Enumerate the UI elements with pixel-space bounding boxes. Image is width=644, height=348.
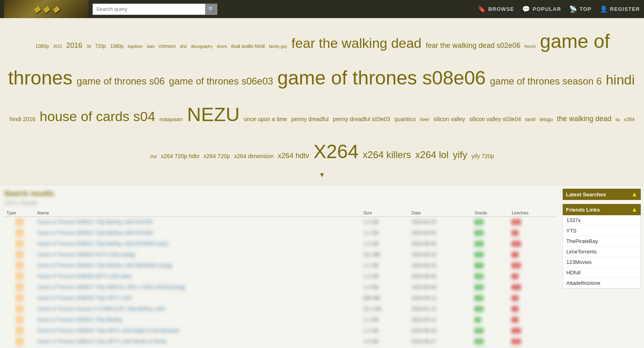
latest-searches-header[interactable]: Latest Searches ▲ xyxy=(563,189,641,200)
table-row[interactable]: 🎦Game of Thrones Season 4 COMPLETE 720p … xyxy=(4,304,555,315)
tag-item[interactable]: dhd xyxy=(180,44,187,49)
table-row[interactable]: 🎦Game of Thrones S06E06 HDTV x264 [ettv]… xyxy=(4,271,555,282)
table-header: Seeds xyxy=(472,209,509,217)
tag-item[interactable]: 3d xyxy=(87,44,91,49)
table-row[interactable]: 🎦Game of Thrones S06E07 720p WEB-DL DD5 … xyxy=(4,282,555,293)
friends-link[interactable]: 1337x xyxy=(563,215,640,226)
td-name[interactable]: Game of Thrones S06E05 720p BluRay x264-… xyxy=(35,260,361,271)
table-row[interactable]: 🎦Game of Thrones S06E10 720p HDTV x264 W… xyxy=(4,336,555,347)
tag-item[interactable]: dual audio hindi xyxy=(231,43,265,49)
tag-item[interactable]: house of cards s04 xyxy=(40,109,155,124)
td-size: 1.2 GB xyxy=(361,239,409,249)
tag-item[interactable]: game of thrones s08e06 xyxy=(277,67,486,89)
tag-item[interactable]: fear the walking dead xyxy=(291,35,421,51)
tag-item[interactable]: yify 720p xyxy=(471,153,494,159)
tag-item[interactable]: game of thrones s06e03 xyxy=(169,76,273,86)
table-row[interactable]: 🎦Game of Thrones S06E02 720p BluRay x264… xyxy=(4,228,555,239)
tag-item[interactable]: x264 dimension xyxy=(234,153,274,159)
main-layout: Search results 1337x / Results TypeNameS… xyxy=(0,185,644,348)
tag-item[interactable]: x264 killers xyxy=(363,149,411,160)
td-name[interactable]: Game of Thrones Season 4 COMPLETE 720p B… xyxy=(35,304,361,315)
tag-item[interactable]: 1080p xyxy=(110,43,124,49)
tag-item[interactable]: 2016 xyxy=(66,41,82,49)
friends-link[interactable]: 123Movies xyxy=(563,257,640,268)
table-row[interactable]: 🎦Game of Thrones S06E01 720p BluRay x264… xyxy=(4,217,555,228)
td-type: 🎦 xyxy=(4,217,35,228)
tag-item[interactable]: penny dreadful xyxy=(291,116,329,122)
tag-item[interactable]: 1080p xyxy=(35,43,49,49)
tag-item[interactable]: batv xyxy=(147,44,155,49)
td-name[interactable]: Game of Thrones S06E03 720p BluRay x264-… xyxy=(35,239,361,249)
tag-item[interactable]: NEZU xyxy=(187,104,240,125)
td-type: 🎦 xyxy=(4,293,35,304)
td-name[interactable]: Game of Thrones S06E08 720p HDTV x264 xyxy=(35,293,361,304)
friends-link[interactable]: ThePirateBay xyxy=(563,236,640,247)
nav-item-top[interactable]: 📡 TOP xyxy=(569,5,592,13)
tag-item[interactable]: hindi 2016 xyxy=(10,116,36,122)
td-name[interactable]: Game of Thrones S06E07 720p WEB-DL DD5 1… xyxy=(35,282,361,293)
tag-item[interactable]: discography xyxy=(191,44,213,49)
td-name[interactable]: Game of Thrones S06E04 HDTV x264 [rarbg] xyxy=(35,249,361,260)
table-header: Leeches xyxy=(509,209,555,217)
td-date: 2016-06-27 xyxy=(409,336,472,347)
tag-item[interactable]: yify xyxy=(453,149,467,160)
table-row[interactable]: 🎦Game of Thrones S05E01 720p BluRay1.1 G… xyxy=(4,315,555,325)
friends-link[interactable]: HDfull xyxy=(563,268,640,278)
tag-item[interactable]: x264 xyxy=(624,117,634,122)
tag-item[interactable]: tla xyxy=(615,117,620,122)
search-input[interactable] xyxy=(93,4,205,15)
tag-item[interactable]: the walking dead xyxy=(557,115,611,123)
nav-item-popular[interactable]: 💬 POPULAR xyxy=(522,5,561,13)
tag-item[interactable]: quantico xyxy=(394,116,416,122)
td-name[interactable]: Game of Thrones S06E06 HDTV x264 [ettv] xyxy=(35,271,361,282)
tag-item[interactable]: tamil xyxy=(525,117,535,122)
tag-item[interactable]: X264 xyxy=(314,141,359,162)
tag-item[interactable]: x264 lol xyxy=(415,149,449,160)
friends-link[interactable]: LimeTorrents xyxy=(563,247,640,257)
td-name[interactable]: Game of Thrones S06E01 720p BluRay x264-… xyxy=(35,217,361,228)
tag-item[interactable]: game of thrones s06 xyxy=(77,76,165,86)
td-name[interactable]: Game of Thrones S05E01 720p BluRay xyxy=(35,315,361,325)
tag-item[interactable]: river xyxy=(420,117,429,122)
nav-links: 🔖 BROWSE💬 POPULAR📡 TOP👤 REGISTER xyxy=(478,5,640,13)
tag-item[interactable]: 720p xyxy=(95,43,106,49)
friends-links-header[interactable]: Friends Links ▲ xyxy=(563,204,641,215)
td-date: 2016-05-23 xyxy=(409,260,472,271)
tag-item[interactable]: silicon valley s03e04 xyxy=(469,116,521,122)
logo[interactable]: ◆ ◆ ◆ xyxy=(4,0,89,18)
tag-item[interactable]: family guy xyxy=(269,44,287,49)
nav-item-register[interactable]: 👤 REGISTER xyxy=(600,5,640,13)
td-name[interactable]: Game of Thrones S06E02 720p BluRay x264-… xyxy=(35,228,361,239)
tag-item[interactable]: game of thrones season 6 xyxy=(490,76,602,86)
tag-item[interactable]: 2015 xyxy=(53,44,62,49)
tag-item[interactable]: crimson xyxy=(159,43,176,49)
tag-item[interactable]: x264 720p hdtv xyxy=(161,153,200,159)
table-row[interactable]: 🎦Game of Thrones S06E04 HDTV x264 [rarbg… xyxy=(4,249,555,260)
friends-link[interactable]: Altadefinizione xyxy=(563,278,640,288)
table-row[interactable]: 🎦Game of Thrones S06E03 720p BluRay x264… xyxy=(4,239,555,249)
tag-item[interactable]: once upon a time xyxy=(244,116,287,122)
friends-link[interactable]: YTS xyxy=(563,226,640,236)
tag-item[interactable]: penny dreadful s03e03 xyxy=(333,116,390,122)
tag-item[interactable]: malayalam xyxy=(159,117,183,122)
tag-item[interactable]: hindi xyxy=(606,72,635,87)
tag-item[interactable]: telugu xyxy=(540,117,553,122)
table-row[interactable]: 🎦Game of Thrones S06E09 720p HDTV x264 B… xyxy=(4,325,555,336)
td-leeches: 4 xyxy=(509,304,555,315)
tag-item[interactable]: french xyxy=(524,44,536,49)
table-row[interactable]: 🎦Game of Thrones S06E08 720p HDTV x26480… xyxy=(4,293,555,304)
tag-item[interactable]: fear the walking dead s02e06 xyxy=(426,41,520,49)
nav-item-browse[interactable]: 🔖 BROWSE xyxy=(478,5,514,13)
tag-item[interactable]: bajskorv xyxy=(128,44,143,49)
td-leeches: 13 xyxy=(509,325,555,336)
td-name[interactable]: Game of Thrones S06E10 720p HDTV x264 Wi… xyxy=(35,336,361,347)
tag-item[interactable]: 2hd xyxy=(150,154,157,159)
td-size: 1.2 GB xyxy=(361,217,409,228)
table-row[interactable]: 🎦Game of Thrones S06E05 720p BluRay x264… xyxy=(4,260,555,271)
search-button[interactable]: 🔍 xyxy=(205,4,217,15)
tag-item[interactable]: silicon valley xyxy=(433,116,465,122)
tag-item[interactable]: x264 720p xyxy=(204,153,230,159)
tag-item[interactable]: doom xyxy=(217,44,227,49)
td-name[interactable]: Game of Thrones S06E09 720p HDTV x264 Ba… xyxy=(35,325,361,336)
tag-item[interactable]: x264 hdtv xyxy=(278,152,309,160)
